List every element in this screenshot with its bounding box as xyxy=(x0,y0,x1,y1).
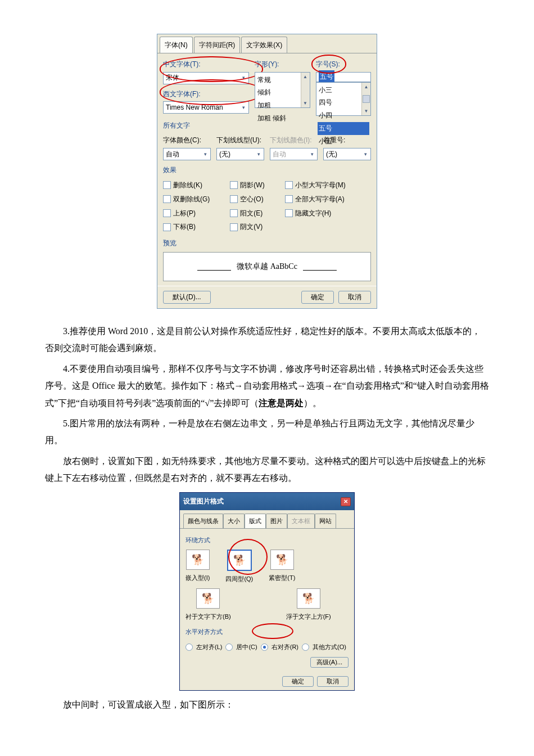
check-emboss[interactable]: 阳文(E) xyxy=(230,207,264,220)
tab-size[interactable]: 大小 xyxy=(223,514,245,528)
preview-box: 微软卓越 AaBbCc xyxy=(163,252,371,281)
tab-pic[interactable]: 图片 xyxy=(266,514,287,528)
wrap-inline[interactable]: 🐕 嵌入型(I) xyxy=(185,550,210,585)
pic-dialog-tabs: 颜色与线条 大小 版式 图片 文本框 网站 xyxy=(180,510,354,528)
emphasis-combo[interactable]: (无)▾ xyxy=(323,148,371,160)
font-dialog-tabs: 字体(N) 字符间距(R) 文字效果(X) xyxy=(157,34,377,53)
wrap-tight[interactable]: 🐕 紧密型(T) xyxy=(269,550,295,585)
wrap-tight-icon: 🐕 xyxy=(270,550,294,570)
ok-button[interactable]: 确定 xyxy=(282,676,314,687)
check-hidden[interactable]: 隐藏文字(H) xyxy=(285,207,346,220)
align-row: 左对齐(L) 居中(C) 右对齐(R) 其他方式(O) xyxy=(185,641,349,653)
paragraph-3: 3.推荐使用 Word 2010，这是目前公认对操作系统适应性好，稳定性好的版本… xyxy=(45,323,489,357)
en-font-combo[interactable]: Times New Roman ▾ xyxy=(163,101,249,114)
size-item-selected[interactable]: 五号 xyxy=(318,122,369,135)
check-smallcaps[interactable]: 小型大写字母(M) xyxy=(285,179,346,192)
ok-button[interactable]: 确定 xyxy=(301,291,334,304)
check-strike[interactable]: 删除线(K) xyxy=(163,179,210,192)
radio-center[interactable] xyxy=(225,644,233,651)
label-underline: 下划线线型(U): xyxy=(216,134,264,147)
paragraph-6: 放右侧时，设置如下图，如无特殊要求，其他地方尽量不要动。这种格式的图片可以选中后… xyxy=(45,453,489,487)
paragraph-5: 5.图片常用的放法有两种，一种是放在右侧左边串文，另一种是单独占行且两边无文字，… xyxy=(45,415,489,449)
paragraph-4: 4.不要使用自动项目编号，那样不仅序号与文字不协调，修改序号时还容易出错，转换格… xyxy=(45,361,489,412)
check-dblstrike[interactable]: 双删除线(G) xyxy=(163,193,210,206)
radio-right[interactable] xyxy=(261,644,268,651)
tab-layout[interactable]: 版式 xyxy=(245,514,266,528)
style-listbox[interactable]: 常规 倾斜 加粗 加粗 倾斜 ▲ ▼ xyxy=(255,72,310,108)
font-color-value: 自动 xyxy=(166,148,179,161)
underline-combo[interactable]: (无)▾ xyxy=(216,148,264,160)
underline-color-value: 自动 xyxy=(273,148,286,161)
label-font-color: 字体颜色(C): xyxy=(163,134,211,147)
wrap-front[interactable]: 🐕 浮于文字上方(F) xyxy=(286,588,331,623)
font-dialog: 字体(N) 字符间距(R) 文字效果(X) 中文字体(T): 宋体 ▾ 西文字体… xyxy=(157,34,377,309)
preview-text: 微软卓越 AaBbCc xyxy=(237,259,297,274)
scrollbar[interactable]: ▲ ▼ xyxy=(301,73,310,107)
tab-color[interactable]: 颜色与线条 xyxy=(183,514,223,528)
underline-color-combo: 自动▾ xyxy=(270,148,318,160)
wrap-behind[interactable]: 🐕 衬于文字下方(B) xyxy=(185,588,231,623)
label-cn-font: 中文字体(T): xyxy=(163,58,249,71)
size-combo[interactable]: 五号 xyxy=(316,72,371,82)
chevron-down-icon: ▾ xyxy=(361,150,369,158)
scroll-up-icon[interactable]: ▲ xyxy=(362,83,370,91)
chevron-down-icon: ▾ xyxy=(255,150,263,158)
font-color-combo[interactable]: 自动▾ xyxy=(163,148,211,160)
cancel-button[interactable]: 取消 xyxy=(317,676,349,687)
check-shadow[interactable]: 阴影(W) xyxy=(230,179,264,192)
label-underline-color: 下划线颜色(I): xyxy=(270,134,318,147)
wrap-square[interactable]: 🐕 四周型(Q) xyxy=(225,550,253,585)
chevron-down-icon: ▾ xyxy=(239,104,247,111)
advanced-button[interactable]: 高级(A)... xyxy=(310,657,349,668)
scroll-down-icon[interactable]: ▼ xyxy=(301,99,310,107)
label-en-font: 西文字体(F): xyxy=(163,88,249,101)
wrap-front-icon: 🐕 xyxy=(297,588,320,609)
wrap-group-label: 环绕方式 xyxy=(185,534,349,546)
effects-checks: 删除线(K) 双删除线(G) 上标(P) 下标(B) 阴影(W) 空心(O) 阳… xyxy=(163,179,371,233)
scroll-up-icon[interactable]: ▲ xyxy=(301,73,310,81)
cancel-button[interactable]: 取消 xyxy=(338,291,371,304)
scroll-down-icon[interactable]: ▼ xyxy=(362,107,370,115)
radio-left[interactable] xyxy=(185,644,193,651)
check-allcaps[interactable]: 全部大写字母(A) xyxy=(285,193,346,206)
tab-textbox: 文本框 xyxy=(287,514,315,528)
emphasis-value: (无) xyxy=(326,148,337,161)
paragraph-7: 放中间时，可设置成嵌入型，如下图所示： xyxy=(45,696,489,713)
dialog-titlebar: 设置图片格式 ✕ xyxy=(180,493,354,510)
align-group-label: 水平对齐方式 xyxy=(185,626,349,638)
close-icon[interactable]: ✕ xyxy=(341,497,351,506)
cn-font-combo[interactable]: 宋体 ▾ xyxy=(163,72,249,84)
check-engrave[interactable]: 阴文(V) xyxy=(230,220,264,233)
wrap-inline-icon: 🐕 xyxy=(186,550,210,570)
tab-web[interactable]: 网站 xyxy=(315,514,336,528)
tab-spacing[interactable]: 字符间距(R) xyxy=(194,37,241,53)
default-button[interactable]: 默认(D)... xyxy=(163,291,211,304)
label-style: 字形(Y): xyxy=(255,58,310,71)
wrap-square-icon: 🐕 xyxy=(227,550,252,571)
picture-format-dialog: 设置图片格式 ✕ 颜色与线条 大小 版式 图片 文本框 网站 环绕方式 🐕 嵌入… xyxy=(179,492,355,690)
dialog-title: 设置图片格式 xyxy=(183,495,224,508)
radio-other[interactable] xyxy=(302,644,309,651)
cn-font-value: 宋体 xyxy=(166,71,179,84)
label-size: 字号(S): xyxy=(316,58,371,71)
scroll-thumb[interactable] xyxy=(363,95,370,103)
chevron-down-icon: ▾ xyxy=(239,74,247,82)
style-item[interactable]: 加粗 倾斜 xyxy=(256,112,308,125)
underline-value: (无) xyxy=(219,148,230,161)
section-preview-title: 预览 xyxy=(163,237,371,250)
check-outline[interactable]: 空心(O) xyxy=(230,193,264,206)
chevron-down-icon: ▾ xyxy=(201,150,209,158)
size-item[interactable]: 小五 xyxy=(318,135,369,148)
wrap-behind-icon: 🐕 xyxy=(196,588,220,609)
chevron-down-icon: ▾ xyxy=(308,150,316,158)
check-sub[interactable]: 下标(B) xyxy=(163,220,210,233)
size-listbox[interactable]: 小三 四号 小四 五号 小五 ▲ ▼ xyxy=(316,82,371,116)
scrollbar[interactable]: ▲ ▼ xyxy=(361,83,370,115)
section-effects-title: 效果 xyxy=(163,164,371,177)
check-sup[interactable]: 上标(P) xyxy=(163,207,210,220)
size-selected: 五号 xyxy=(319,70,334,83)
en-font-value: Times New Roman xyxy=(166,101,223,114)
tab-effects[interactable]: 文字效果(X) xyxy=(241,37,287,53)
tab-font[interactable]: 字体(N) xyxy=(160,37,193,53)
